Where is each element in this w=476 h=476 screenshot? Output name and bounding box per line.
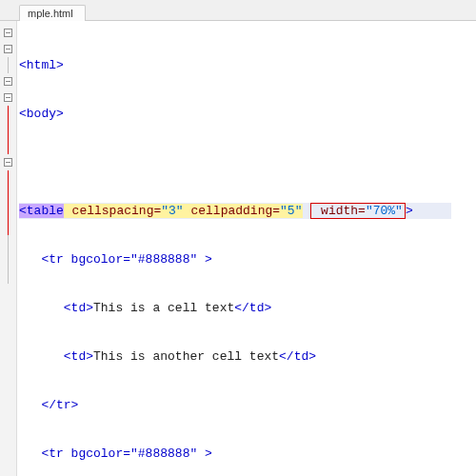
code-line: </tr> [19,397,476,413]
code-line-highlighted: <table cellspacing="3" cellpadding="5" w… [19,203,476,219]
code-area[interactable]: <html> <body> <table cellspacing="3" cel… [17,21,476,476]
code-line: <html> [19,57,476,73]
fold-guide [0,203,16,219]
code-line: <tr bgcolor="#888888" > [19,251,476,268]
file-tab[interactable]: mple.html [19,5,86,21]
fold-guide [0,187,16,203]
fold-guide [0,268,16,284]
fold-guide [0,219,16,235]
fold-guide [0,235,16,251]
fold-guide [0,122,16,138]
fold-toggle[interactable] [0,25,16,41]
code-line: <body> [19,106,476,122]
code-line: <tr bgcolor="#888888" > [19,446,476,462]
fold-gutter [0,21,17,476]
fold-toggle[interactable] [0,154,16,170]
fold-guide [0,251,16,268]
fold-guide [0,170,16,187]
fold-guide [0,138,16,154]
code-line [19,154,476,170]
fold-toggle[interactable] [0,73,16,89]
code-line: <td>This is another cell text</td> [19,348,476,365]
fold-toggle[interactable] [0,41,16,57]
fold-guide [0,57,16,73]
fold-toggle[interactable] [0,89,16,106]
code-editor: <html> <body> <table cellspacing="3" cel… [0,21,476,476]
code-line: <td>This is a cell text</td> [19,300,476,316]
fold-guide [0,106,16,122]
tab-bar: mple.html [0,0,476,21]
